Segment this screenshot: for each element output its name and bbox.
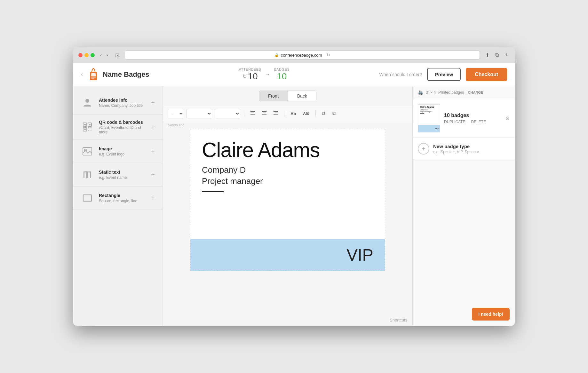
- shortcuts-label: Shortcuts: [390, 318, 407, 322]
- sidebar-item-rectangle[interactable]: Rectangle Square, rectangle, line +: [73, 187, 163, 210]
- toolbar-divider-3: [315, 110, 316, 117]
- maximize-traffic-light[interactable]: [91, 53, 95, 57]
- close-traffic-light[interactable]: [78, 53, 83, 57]
- thumb-bottom: VIP: [418, 125, 440, 132]
- badge-type-card[interactable]: Claire Adams Company D Project manager V…: [413, 99, 515, 138]
- share-button[interactable]: ⬆: [484, 51, 491, 59]
- svg-rect-23: [83, 195, 91, 201]
- font-size-select[interactable]: -: [168, 109, 184, 118]
- attendees-stat: ATTENDEES ↻ 10: [239, 67, 261, 82]
- nav-buttons: ‹ ›: [99, 52, 110, 59]
- back-button[interactable]: ‹: [99, 52, 103, 59]
- sidebar-toggle-button[interactable]: ⊡: [114, 52, 121, 59]
- svg-rect-22: [86, 172, 88, 178]
- badge-card-actions: DUPLICATE · DELETE: [444, 120, 501, 124]
- tab-back[interactable]: Back: [288, 91, 316, 101]
- sidebar-item-attendee-info[interactable]: Attendee info Name, Company, Job title +: [73, 91, 163, 115]
- copy-button[interactable]: ⧉: [320, 109, 328, 118]
- forward-button[interactable]: ›: [105, 52, 109, 59]
- font-family-select[interactable]: [187, 109, 212, 118]
- preview-button[interactable]: Preview: [427, 68, 461, 81]
- sidebar-item-qr-code[interactable]: QR code & barcodes vCard, Eventbrite ID …: [73, 115, 163, 140]
- svg-rect-6: [84, 124, 86, 125]
- badge-canvas[interactable]: Claire Adams Company D Project manager V…: [190, 129, 385, 271]
- sidebar-item-static-text[interactable]: Static text e.g. Event name +: [73, 163, 163, 187]
- browser-window: ‹ › ⊡ 🔒 conferencebadge.com ↻ ⬆ ⧉ + ‹: [73, 47, 515, 326]
- printer-label: 3" × 4" Printed badges: [426, 90, 464, 95]
- svg-rect-26: [250, 114, 255, 115]
- image-text: Image e.g. Event logo: [99, 146, 146, 156]
- right-sidebar: 🖨️ 3" × 4" Printed badges CHANGE Claire …: [412, 86, 515, 326]
- attendee-add-icon[interactable]: +: [151, 99, 155, 107]
- align-right-button[interactable]: [271, 109, 280, 118]
- attendee-subtitle: Name, Company, Job title: [99, 103, 146, 108]
- thumb-role: Project manager: [420, 111, 438, 113]
- checkout-button[interactable]: Checkout: [466, 68, 507, 81]
- main-content: Attendee info Name, Company, Job title +: [73, 86, 515, 326]
- right-sidebar-footer: I need help!: [413, 160, 515, 326]
- attendees-value: ↻ 10: [242, 71, 258, 82]
- gear-icon[interactable]: ⚙: [505, 115, 510, 122]
- traffic-lights: [78, 53, 95, 57]
- qr-add-icon[interactable]: +: [151, 123, 155, 131]
- static-text-add-icon[interactable]: +: [151, 171, 155, 179]
- change-link[interactable]: CHANGE: [468, 91, 483, 94]
- image-add-icon[interactable]: +: [151, 148, 155, 155]
- svg-rect-8: [89, 124, 91, 125]
- new-badge-subtitle: e.g. Speaker, VIP, Sponsor: [433, 150, 479, 154]
- format-select[interactable]: [215, 109, 240, 118]
- attendee-text: Attendee info Name, Company, Job title: [99, 98, 146, 108]
- attendees-label: ATTENDEES: [239, 67, 261, 71]
- static-text-text: Static text e.g. Event name: [99, 170, 146, 180]
- canvas-tabs: Front Back: [163, 86, 412, 106]
- new-badge-info: New badge type e.g. Speaker, VIP, Sponso…: [433, 144, 479, 154]
- address-bar[interactable]: 🔒 conferencebadge.com ↻: [125, 51, 480, 60]
- toolbar-divider-2: [284, 110, 284, 117]
- image-title: Image: [99, 146, 146, 151]
- format-ab1-button[interactable]: Ab: [288, 109, 298, 118]
- delete-link[interactable]: DELETE: [471, 120, 486, 124]
- svg-rect-25: [250, 113, 254, 113]
- svg-rect-1: [91, 73, 96, 76]
- badge-name: Claire Adams: [202, 139, 373, 161]
- duplicate-link[interactable]: DUPLICATE: [444, 120, 465, 124]
- align-center-button[interactable]: [260, 109, 269, 118]
- qr-title: QR code & barcodes: [99, 120, 146, 125]
- logo-area: ‹ Name Badges: [81, 67, 149, 82]
- tab-front[interactable]: Front: [259, 91, 288, 101]
- rectangle-subtitle: Square, rectangle, line: [99, 199, 146, 203]
- arrow-icon: →: [265, 72, 270, 77]
- align-left-button[interactable]: [248, 109, 257, 118]
- header-stats: ATTENDEES ↻ 10 → BADGES 10: [156, 67, 373, 82]
- text-icon: [81, 168, 94, 181]
- svg-rect-21: [90, 171, 91, 178]
- svg-rect-31: [275, 113, 278, 113]
- canvas-area: Front Back -: [163, 86, 412, 326]
- logo-icon: [87, 67, 99, 82]
- sidebar-toggle-icon[interactable]: ‹: [81, 71, 83, 78]
- paste-button[interactable]: ⧉: [330, 109, 338, 118]
- reload-icon[interactable]: ↻: [326, 52, 330, 58]
- static-text-subtitle: e.g. Event name: [99, 175, 146, 180]
- add-tab-button[interactable]: +: [503, 51, 510, 59]
- badge-vip-text: VIP: [346, 245, 373, 265]
- thumb-vip-label: VIP: [435, 128, 439, 130]
- new-badge-card[interactable]: + New badge type e.g. Speaker, VIP, Spon…: [413, 138, 515, 160]
- duplicate-tab-button[interactable]: ⧉: [494, 51, 500, 59]
- toolbar-divider-1: [244, 110, 244, 117]
- badge-role: Project manager: [202, 176, 373, 186]
- thumb-line: [420, 113, 424, 114]
- browser-actions: ⬆ ⧉ +: [484, 51, 510, 59]
- refresh-icon: ↻: [242, 73, 247, 79]
- svg-rect-10: [84, 129, 86, 130]
- badge-decorative-line: [202, 191, 224, 192]
- sidebar-item-image[interactable]: Image e.g. Event logo +: [73, 140, 163, 163]
- printer-icon: 🖨️: [418, 90, 423, 95]
- badge-canvas-wrapper[interactable]: Claire Adams Company D Project manager V…: [163, 129, 412, 314]
- help-button[interactable]: I need help!: [472, 308, 510, 321]
- minimize-traffic-light[interactable]: [84, 53, 89, 57]
- qr-text: QR code & barcodes vCard, Eventbrite ID …: [99, 120, 146, 134]
- format-ab2-button[interactable]: AB: [301, 109, 311, 118]
- browser-chrome: ‹ › ⊡ 🔒 conferencebadge.com ↻ ⬆ ⧉ +: [73, 47, 515, 63]
- rectangle-add-icon[interactable]: +: [151, 194, 155, 202]
